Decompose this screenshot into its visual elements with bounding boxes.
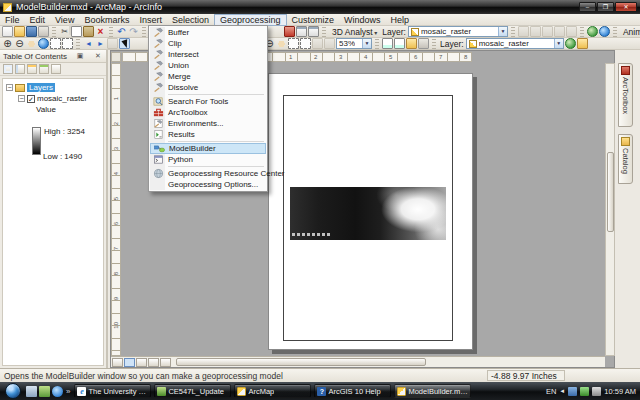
menu-geoprocessing[interactable]: Geoprocessing [214,14,287,26]
zoom-out-icon[interactable] [14,38,25,49]
quick-launch-icon[interactable] [39,386,50,397]
dataframe-node[interactable]: Layers [27,83,55,92]
menu-edit[interactable]: Edit [25,14,51,26]
show-desktop-icon[interactable] [26,386,37,397]
select-features-icon[interactable] [107,38,118,49]
list-by-visibility-icon[interactable] [27,64,37,74]
redo-icon[interactable] [128,26,139,37]
menu-item-geoprocessing-options[interactable]: Geoprocessing Options... [150,179,266,190]
add-raster-icon[interactable] [577,38,588,49]
menu-item-dissolve[interactable]: Dissolve [150,82,266,93]
list-by-selection-icon[interactable] [39,64,49,74]
menu-item-intersect[interactable]: Intersect [150,49,266,60]
save-icon[interactable] [26,26,37,37]
create-tin-icon[interactable] [518,26,529,37]
layout-zoom-100-icon[interactable] [300,38,311,49]
menu-item-python[interactable]: Python [150,154,266,165]
menu-item-clip[interactable]: Clip [150,38,266,49]
taskbar-button-arcmap[interactable]: ArcMap [234,384,311,398]
focus-dataframe-icon[interactable] [394,38,405,49]
collapse-icon[interactable] [6,84,13,91]
steepest-path-icon[interactable] [542,26,553,37]
chevron-down-icon[interactable] [362,39,371,48]
menu-view[interactable]: View [50,14,79,26]
menu-selection[interactable]: Selection [167,14,214,26]
menu-item-buffer[interactable]: Buffer [150,27,266,38]
layer-combobox[interactable]: mosaic_raster [408,26,508,37]
search-window-icon[interactable] [308,26,319,37]
collapse-icon[interactable] [18,95,25,102]
close-panel-icon[interactable]: ✕ [93,52,103,60]
image-analysis-icon[interactable] [565,38,576,49]
list-by-drawing-order-icon[interactable] [3,64,13,74]
security-icon[interactable] [580,387,589,396]
menu-item-modelbuilder[interactable]: ModelBuilder [150,143,266,154]
fixed-zoom-in-icon[interactable] [50,38,61,49]
menu-item-geoprocessing-resource-center[interactable]: Geoprocessing Resource Center [150,168,266,179]
minimize-button[interactable]: – [579,2,596,12]
layout-zoom-whole-page-icon[interactable] [288,38,299,49]
change-layout-icon[interactable] [406,38,417,49]
catalog-dock-tab[interactable]: Catalog [618,134,633,184]
menu-customize[interactable]: Customize [287,14,340,26]
internet-explorer-icon[interactable] [52,386,63,397]
select-elements-icon[interactable] [119,38,130,49]
print-icon[interactable] [38,26,49,37]
menu-item-union[interactable]: Union [150,60,266,71]
undo-icon[interactable] [116,26,127,37]
data-view-button[interactable] [112,358,123,367]
quick-launch-chevron-icon[interactable]: » [66,387,70,396]
list-by-source-icon[interactable] [15,64,25,74]
menu-file[interactable]: File [0,14,25,26]
taskbar-button-arcgis-help[interactable]: ArcGIS 10 Help [314,384,391,398]
horizontal-scrollbar-thumb[interactable] [176,358,426,366]
arctoolbox-dock-tab[interactable]: ArcToolbox [618,63,633,127]
animation-menu[interactable]: Animation [620,27,640,37]
cut-icon[interactable] [59,26,70,37]
layout-fixed-zoom-out-icon[interactable] [324,38,335,49]
toggle-draft-mode-icon[interactable] [382,38,393,49]
pin-icon[interactable]: ▣ [75,52,86,60]
language-indicator[interactable]: EN [546,387,556,396]
menu-windows[interactable]: Windows [339,14,386,26]
pan-icon[interactable] [26,38,37,49]
layer-visibility-checkbox[interactable] [27,95,35,103]
menu-item-environments[interactable]: Environments... [150,118,266,129]
layout-pan-icon[interactable] [276,38,287,49]
taskbar-button-university[interactable]: The University of Ne... [74,384,151,398]
vertical-scrollbar[interactable] [605,63,615,356]
menu-item-search-for-tools[interactable]: Search For Tools [150,96,266,107]
vertical-scrollbar-thumb[interactable] [607,152,614,232]
paste-icon[interactable] [83,26,94,37]
pause-drawing-button[interactable] [148,358,159,367]
toc-options-icon[interactable] [51,64,61,74]
copy-icon[interactable] [71,26,82,37]
full-extent-icon[interactable] [38,38,49,49]
menu-item-results[interactable]: Results [150,129,266,140]
arctoolbox-window-icon[interactable] [284,26,295,37]
menu-insert[interactable]: Insert [134,14,167,26]
menu-item-arctoolbox[interactable]: ArcToolbox [150,107,266,118]
start-button[interactable] [5,383,21,399]
pause-labeling-button[interactable] [160,358,171,367]
data-driven-pages-icon[interactable] [418,38,429,49]
open-icon[interactable] [14,26,25,37]
image-analysis-layer-combobox[interactable]: mosaic_raster [466,38,564,49]
arcglobe-icon[interactable] [587,26,598,37]
volume-icon[interactable] [592,387,601,396]
arcscene-icon[interactable] [599,26,610,37]
contour-icon[interactable] [554,26,565,37]
fixed-zoom-out-icon[interactable] [62,38,73,49]
layout-view-button[interactable] [124,358,135,367]
refresh-view-button[interactable] [136,358,147,367]
close-button[interactable]: ✕ [615,2,637,12]
3d-analyst-menu[interactable]: 3D Analyst [329,27,380,37]
zoom-percent-combobox[interactable]: 53% [336,38,372,49]
profile-icon[interactable] [566,26,577,37]
zoom-in-icon[interactable] [2,38,13,49]
delete-icon[interactable] [95,26,106,37]
chevron-down-icon[interactable] [498,27,507,36]
catalog-window-icon[interactable] [296,26,307,37]
back-extent-icon[interactable] [83,38,94,49]
taskbar-button-ce547l-update[interactable]: CE547L_Update [154,384,231,398]
